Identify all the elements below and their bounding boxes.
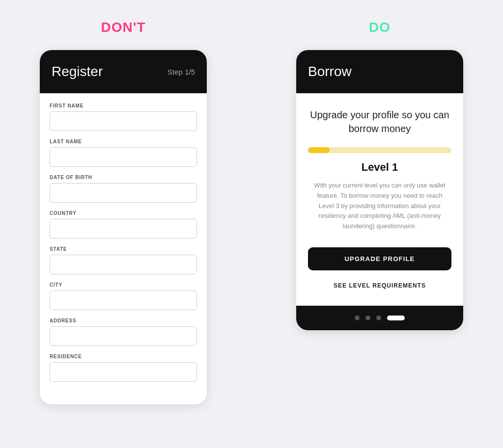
field-label-firstname: FIRST NAME	[50, 103, 197, 108]
field-label-city: CITY	[50, 282, 197, 288]
main-container: DON'T Register Step 1/5 FIRST NAME LAST …	[10, 20, 493, 404]
field-label-dob: DATE OF BIRTH	[50, 175, 197, 180]
progress-bar-fill	[308, 147, 330, 153]
field-input-country[interactable]	[50, 219, 197, 238]
field-group-city: CITY	[50, 282, 197, 310]
level-label: Level 1	[362, 161, 398, 174]
do-heading: Upgrade your profile so you can borrow m…	[308, 108, 451, 135]
field-group-address: ADDRESS	[50, 318, 197, 346]
field-label-country: COUNTRY	[50, 211, 197, 216]
field-group-dob: DATE OF BIRTH	[50, 175, 197, 203]
do-label: DO	[369, 20, 391, 35]
do-phone-header: Borrow	[296, 50, 463, 93]
field-input-city[interactable]	[50, 290, 197, 310]
field-group-country: COUNTRY	[50, 211, 197, 238]
dont-phone-title: Register	[52, 64, 103, 79]
do-phone-body: Upgrade your profile so you can borrow m…	[296, 93, 463, 306]
field-input-address[interactable]	[50, 326, 197, 346]
dont-phone-header: Register Step 1/5	[40, 50, 207, 93]
do-column: DO Borrow Upgrade your profile so you ca…	[266, 20, 493, 330]
dont-phone-body: FIRST NAME LAST NAME DATE OF BIRTH COUNT…	[40, 93, 207, 404]
dont-column: DON'T Register Step 1/5 FIRST NAME LAST …	[10, 20, 237, 404]
do-phone-title: Borrow	[308, 64, 352, 79]
upgrade-profile-button[interactable]: UPGRADE PROFILE	[308, 247, 451, 270]
level-description: With your current level you can only use…	[308, 181, 451, 232]
field-label-state: STATE	[50, 246, 197, 252]
field-group-residence: RESIDENCE	[50, 354, 197, 382]
field-input-firstname[interactable]	[50, 111, 197, 131]
step-label: Step 1/5	[168, 68, 195, 76]
see-requirements-link[interactable]: SEE LEVEL REQUIREMENTS	[334, 282, 426, 289]
progress-bar-container	[308, 147, 451, 153]
dont-label: DON'T	[101, 20, 146, 35]
nav-dot-4-active	[387, 316, 405, 320]
field-group-firstname: FIRST NAME	[50, 103, 197, 131]
dont-phone: Register Step 1/5 FIRST NAME LAST NAME D…	[40, 50, 207, 404]
field-input-lastname[interactable]	[50, 147, 197, 167]
field-group-lastname: LAST NAME	[50, 139, 197, 167]
field-label-address: ADDRESS	[50, 318, 197, 323]
field-label-lastname: LAST NAME	[50, 139, 197, 144]
bottom-nav	[296, 306, 463, 330]
field-input-residence[interactable]	[50, 362, 197, 382]
do-phone: Borrow Upgrade your profile so you can b…	[296, 50, 463, 330]
nav-dot-1	[355, 316, 360, 320]
nav-dot-3	[376, 316, 381, 320]
nav-dot-2	[365, 316, 370, 320]
field-label-residence: RESIDENCE	[50, 354, 197, 359]
field-input-state[interactable]	[50, 255, 197, 274]
field-input-dob[interactable]	[50, 183, 197, 203]
field-group-state: STATE	[50, 246, 197, 274]
